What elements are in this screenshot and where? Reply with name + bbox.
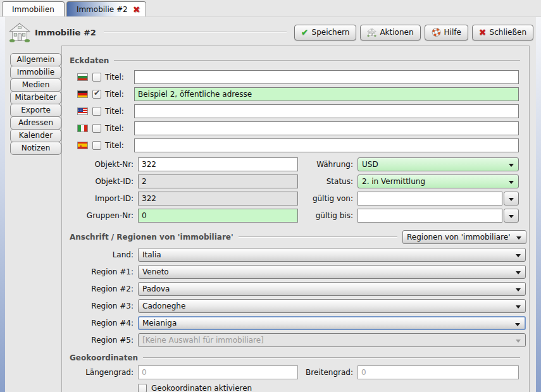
section-divider [114,60,520,61]
land-label: Land: [62,250,138,259]
gueltig-bis-input[interactable] [358,209,502,223]
tab-immobilien[interactable]: Immobilien [2,1,65,16]
hilfe-button[interactable]: Hilfe [425,25,468,40]
waehrung-select[interactable]: USD [358,157,519,171]
checkbox-checked-icon: ✔ [94,89,100,97]
titel-input-italy[interactable] [134,121,519,135]
titel-label: Titel: [105,141,134,150]
close-icon: ✖ [479,27,487,37]
section-title: Anschrift / Regionen von 'immobiliare' [70,233,233,242]
germany-flag-icon [77,90,88,98]
breitengrad-label: Breitengrad: [298,368,358,377]
geokoordinaten-aktivieren-checkbox[interactable] [138,384,147,392]
sidebar-item-adressen[interactable]: Adressen [10,116,61,130]
titel-checkbox-germany[interactable]: ✔ [92,90,101,99]
row-region-3: Region #3: Cadoneghe [62,299,529,313]
aktionen-button[interactable]: Aktionen [360,25,420,40]
row-region-5: Region #5: [Keine Auswahl für immobiliar… [62,333,529,347]
objekt-id-label: Objekt-ID: [62,177,138,186]
section-title: Geokoordinaten [70,353,138,362]
tab-label: Immobilien [12,5,54,14]
titel-checkbox-spain[interactable] [92,141,101,150]
header-divider [104,32,287,33]
land-select[interactable]: Italia [138,248,526,262]
titel-label: Titel: [105,124,134,133]
laengengrad-label: Längengrad: [62,368,138,377]
sidebar-item-kalender[interactable]: Kalender [10,129,61,142]
gueltig-bis-field [358,209,519,223]
row-region-1: Region #1: Veneto [62,265,529,279]
region-5-label: Region #5: [62,336,138,345]
sidebar-item-immobilie[interactable]: Immobilie [10,66,61,79]
row-objekt-id-status: Objekt-ID: Status: 2. in Vermittlung [62,175,529,188]
gueltig-von-dropdown-button[interactable] [504,192,519,205]
gueltig-von-label: gültig von: [298,194,358,203]
status-select[interactable]: 2. in Vermittlung [358,175,519,188]
schliessen-label: Schließen [490,28,526,37]
house-icon [9,23,30,42]
aktionen-label: Aktionen [380,28,413,37]
regionen-von-immobiliare-button[interactable]: Regionen von 'immobiliare' [402,230,526,244]
titel-label: Titel: [105,90,134,99]
titel-input-bulgaria[interactable] [134,70,519,84]
titel-checkbox-bulgaria[interactable] [92,73,101,82]
anschrift-section-header: Anschrift / Regionen von 'immobiliare' R… [70,230,526,244]
speichern-button[interactable]: ✔ Speichern [294,25,357,40]
titel-row-usa: Titel: [62,104,529,118]
row-geokoordinaten: Längengrad: Breitengrad: [62,365,529,379]
region-3-select[interactable]: Cadoneghe [138,299,526,313]
section-divider [143,357,520,358]
region-4-select[interactable]: Meianiga [138,316,526,330]
usa-flag-icon [77,107,88,115]
gruppen-nr-input[interactable] [138,209,298,223]
house-small-icon [367,28,376,37]
sidebar-item-medien[interactable]: Medien [10,78,61,92]
titel-checkbox-usa[interactable] [92,107,101,116]
sidebar-item-notizen[interactable]: Notizen [10,142,61,155]
gueltig-bis-dropdown-button[interactable] [504,209,519,223]
row-gruppen-nr-gueltig-bis: Gruppen-Nr: gültig bis: [62,209,529,223]
row-region-2: Region #2: Padova [62,282,529,296]
status-value: 2. in Vermittlung [362,177,425,186]
italy-flag-icon [77,125,88,132]
sidebar-item-exporte[interactable]: Exporte [10,104,61,117]
region-4-value: Meianiga [142,319,177,328]
sidebar-item-mitarbeiter[interactable]: Mitarbeiter [10,91,61,104]
schliessen-button[interactable]: ✖ Schließen [472,25,533,40]
region-2-value: Padova [142,285,170,293]
row-geo-aktivieren: Geokoordinaten aktivieren [138,383,529,392]
titel-input-usa[interactable] [134,104,519,118]
tab-label: Immobilie #2 [77,5,128,14]
sidebar: Allgemein Immobilie Medien Mitarbeiter E… [10,53,61,155]
bulgaria-flag-icon [77,73,88,81]
regionen-button-label: Regionen von 'immobiliare' [407,233,510,242]
section-title: Eckdaten [70,56,109,65]
row-land: Land: Italia [62,248,529,262]
region-1-select[interactable]: Veneto [138,265,526,279]
tab-close-icon[interactable]: ✖ [133,5,140,14]
immobilie-window: Immobilie #2 ✔ Speichern Aktionen Hilfe … [0,16,541,392]
spain-flag-icon [77,142,88,149]
section-divider [239,236,397,238]
window-frame-left [0,17,5,392]
region-2-select[interactable]: Padova [138,282,526,296]
objekt-id-input [138,175,298,188]
tab-bar: Immobilien Immobilie #2 ✖ [0,0,541,16]
breitengrad-input [358,365,519,379]
import-id-input [138,192,298,205]
status-label: Status: [298,177,358,186]
laengengrad-input [138,365,298,379]
tab-immobilie-2[interactable]: Immobilie #2 ✖ [66,1,147,16]
row-import-id-gueltig-von: Import-ID: gültig von: [62,192,529,205]
land-value: Italia [142,250,161,259]
region-4-label: Region #4: [62,319,138,328]
objekt-nr-input[interactable] [138,157,298,171]
import-id-label: Import-ID: [62,194,138,203]
gueltig-von-input[interactable] [358,192,502,205]
row-objekt-nr-waehrung: Objekt-Nr: Währung: USD [62,157,529,171]
sidebar-item-allgemein[interactable]: Allgemein [10,53,61,66]
titel-input-germany[interactable] [134,87,519,101]
titel-input-spain[interactable] [134,138,519,152]
objekt-nr-label: Objekt-Nr: [62,160,138,169]
titel-checkbox-italy[interactable] [92,124,101,133]
